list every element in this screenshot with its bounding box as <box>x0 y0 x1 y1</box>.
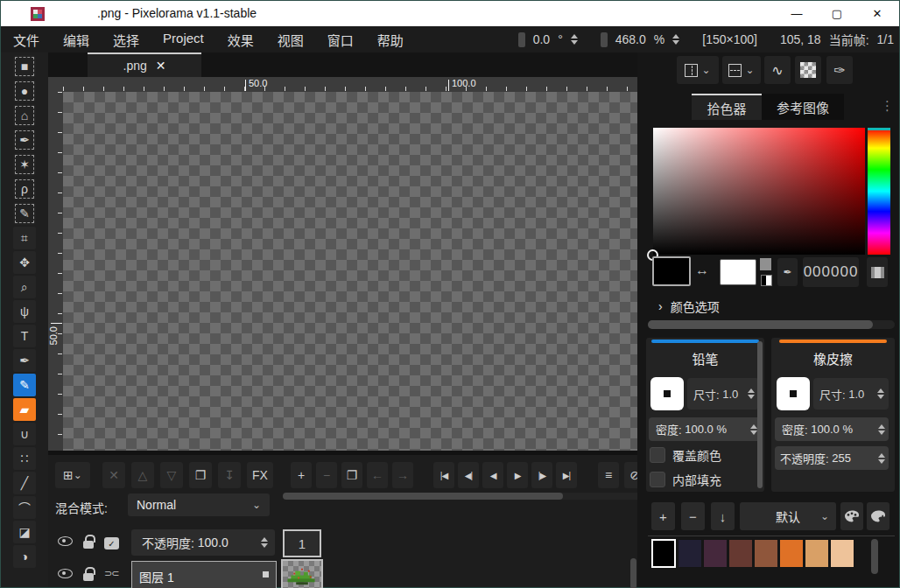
hue-slider[interactable] <box>868 128 890 255</box>
menu-help[interactable]: 帮助 <box>377 31 404 49</box>
move-tool[interactable]: ✥ <box>13 251 36 274</box>
play-backwards-button[interactable]: ◀ <box>482 462 503 488</box>
mirror-y-button[interactable]: ⌄ <box>722 56 761 84</box>
layer-visibility-icon[interactable] <box>58 536 73 546</box>
lasso-tool[interactable]: ρ <box>13 178 36 200</box>
palette-scrollbar-thumb[interactable] <box>871 539 878 574</box>
swap-colors-icon[interactable]: ↔ <box>695 262 709 278</box>
menu-view[interactable]: 视图 <box>278 31 304 49</box>
opacity-spinner[interactable] <box>878 453 885 464</box>
bucket-tool[interactable]: ∪ <box>13 423 36 445</box>
first-frame-button[interactable]: |◀ <box>433 462 454 488</box>
ellipse-select-tool[interactable]: ● <box>13 80 36 102</box>
palette-swatch-6[interactable] <box>805 539 829 568</box>
palette-swatch-7[interactable] <box>830 539 854 568</box>
checkbox-icon[interactable] <box>650 447 665 463</box>
layer-lock-icon[interactable] <box>83 573 94 581</box>
palette-swatch-3[interactable] <box>728 539 753 568</box>
secondary-color-swatch[interactable] <box>720 259 756 285</box>
add-color-button[interactable]: + <box>651 502 675 530</box>
frame-header-button[interactable]: 1 <box>283 529 321 557</box>
eraser-brush-preview[interactable] <box>777 377 810 410</box>
clone-layer-button[interactable]: ❐ <box>189 462 212 488</box>
add-layer-button[interactable]: ⊞ ⌄ <box>55 462 90 488</box>
transparency-button[interactable] <box>795 56 821 84</box>
sort-palette-button[interactable]: ↓ <box>711 502 735 530</box>
move-frame-right-button[interactable]: → <box>392 462 413 488</box>
menu-file[interactable]: 文件 <box>13 31 39 49</box>
palette-swatch-5[interactable] <box>779 539 804 568</box>
menu-window[interactable]: 窗口 <box>327 31 354 49</box>
rectangle-tool[interactable]: ◪ <box>13 521 36 543</box>
opacity-spinner[interactable] <box>261 537 268 548</box>
eraser-tool[interactable]: ▰ <box>13 398 36 421</box>
menu-edit[interactable]: 编辑 <box>63 31 89 49</box>
link-cels-icon[interactable]: ⊃⊂ <box>104 568 118 579</box>
line-tool[interactable]: ╱ <box>13 472 36 494</box>
palette-swatch-2[interactable] <box>703 539 728 568</box>
new-palette-button[interactable] <box>867 502 889 530</box>
scrollbar-thumb[interactable] <box>648 320 873 329</box>
rotation-grabber[interactable] <box>518 32 525 47</box>
layer-fx-button[interactable]: FX <box>247 462 273 488</box>
close-button[interactable]: ✕ <box>857 1 897 26</box>
drawing-canvas[interactable] <box>63 92 637 451</box>
edit-palette-button[interactable] <box>840 502 863 530</box>
palette-swatch-0[interactable] <box>651 539 676 568</box>
remove-layer-button[interactable]: ✕ <box>102 462 125 488</box>
timeline-scrollbar-thumb[interactable] <box>630 558 636 588</box>
previous-frame-button[interactable]: ◀| <box>458 462 479 488</box>
default-colors-top-icon[interactable] <box>760 258 771 270</box>
maximize-button[interactable]: ▢ <box>817 1 857 26</box>
select-by-color-tool[interactable]: ✒ <box>13 129 36 151</box>
new-cels-linked-icon[interactable]: ✓ <box>104 537 119 550</box>
ellipse-tool[interactable]: ◑ <box>13 545 36 568</box>
frame-list-button[interactable]: ≡ <box>598 462 619 488</box>
layer-opacity-spinbox[interactable]: 不透明度: 100.0 <box>131 529 275 556</box>
remove-color-button[interactable]: − <box>681 502 705 530</box>
next-frame-button[interactable]: |▶ <box>531 462 552 488</box>
rotation-value[interactable]: 0.0 <box>533 32 550 46</box>
rectangle-select-tool[interactable]: ■ <box>13 55 36 78</box>
cel-thumbnail[interactable] <box>281 559 323 588</box>
size-spinner[interactable] <box>877 388 884 399</box>
palette-swatch-1[interactable] <box>678 539 702 568</box>
frame-scrollbar-thumb[interactable] <box>283 493 563 500</box>
move-frame-left-button[interactable]: ← <box>367 462 388 488</box>
checkbox-icon[interactable] <box>650 472 665 487</box>
zoom-grabber[interactable] <box>601 32 608 47</box>
color-panel-scrollbar[interactable] <box>648 320 895 329</box>
blend-mode-dropdown[interactable]: Normal ⌄ <box>128 494 270 516</box>
paint-select-tool[interactable]: ✎ <box>13 202 36 225</box>
palette-swatch-4[interactable] <box>754 539 778 568</box>
play-forward-button[interactable]: ▶ <box>507 462 528 488</box>
remove-frame-button[interactable]: − <box>316 462 337 488</box>
layer-name-field[interactable]: 图层 1 <box>131 561 277 588</box>
frame-scrollbar[interactable] <box>283 493 643 500</box>
kebab-menu-icon[interactable]: ⋮ <box>881 98 894 114</box>
add-frame-button[interactable]: + <box>291 462 312 488</box>
zoom-tool[interactable]: ⌕ <box>13 276 36 298</box>
hex-color-field[interactable]: 000000 <box>803 257 859 287</box>
crop-tool[interactable]: ⌗ <box>13 227 36 249</box>
tab-color-picker[interactable]: 拾色器 <box>692 94 762 120</box>
density-spinner[interactable] <box>750 424 757 435</box>
document-tab[interactable]: .png ✕ <box>88 52 201 77</box>
last-frame-button[interactable]: ▶| <box>556 462 577 488</box>
pencil-density-slider[interactable]: 密度: 100.0 % <box>649 417 761 441</box>
menu-select[interactable]: 选择 <box>113 31 139 49</box>
rotation-spinner[interactable] <box>571 34 578 45</box>
color-mode-button[interactable] <box>867 257 888 287</box>
minimize-button[interactable]: — <box>777 1 817 26</box>
fill-inside-checkbox-row[interactable]: 内部填充 <box>650 471 721 488</box>
saturation-value-box[interactable] <box>653 128 865 255</box>
eraser-density-slider[interactable]: 密度: 100.0 % <box>775 417 889 441</box>
tab-reference-image[interactable]: 参考图像 <box>762 94 844 120</box>
pencil-brush-preview[interactable] <box>650 377 684 410</box>
screen-dropper-button[interactable]: ✒ <box>777 258 798 286</box>
merge-layer-button[interactable]: ↧ <box>218 462 241 488</box>
eraser-size-spinbox[interactable]: 尺寸: 1.0 <box>813 378 889 410</box>
text-tool[interactable]: T <box>13 325 36 347</box>
palette-select-dropdown[interactable]: 默认 ⌄ <box>740 502 836 530</box>
density-spinner[interactable] <box>878 424 885 435</box>
